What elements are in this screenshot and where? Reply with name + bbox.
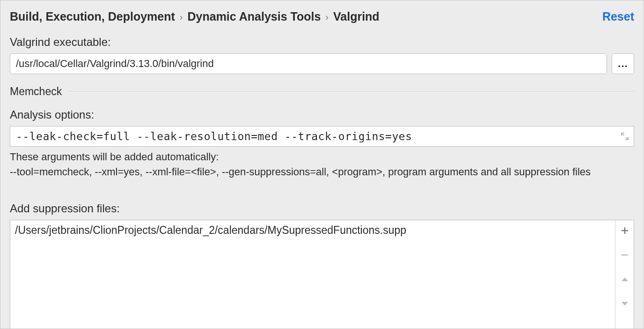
move-down-button[interactable]	[618, 297, 631, 310]
move-up-button[interactable]	[618, 273, 631, 286]
expand-icon[interactable]	[620, 131, 630, 142]
breadcrumb: Build, Execution, Deployment › Dynamic A…	[10, 10, 380, 23]
triangle-down-icon	[621, 301, 629, 307]
chevron-right-icon: ›	[325, 12, 329, 22]
analysis-options-input[interactable]: --leak-check=full --leak-resolution=med …	[10, 126, 634, 147]
list-item[interactable]: /Users/jetbrains/ClionProjects/Calendar_…	[14, 223, 611, 238]
suppression-files-label: Add suppression files:	[10, 202, 634, 215]
valgrind-executable-input[interactable]	[10, 53, 607, 74]
analysis-options-helper: These arguments will be added automatica…	[10, 150, 634, 179]
breadcrumb-level-3: Valgrind	[333, 10, 380, 23]
divider	[68, 91, 634, 92]
breadcrumb-level-1[interactable]: Build, Execution, Deployment	[10, 10, 175, 23]
helper-line-1: These arguments will be added automatica…	[10, 150, 634, 164]
browse-button[interactable]: ...	[612, 53, 634, 74]
suppression-files-list[interactable]: /Users/jetbrains/ClionProjects/Calendar_…	[10, 220, 615, 329]
analysis-options-label: Analysis options:	[10, 108, 634, 121]
suppression-toolbar	[615, 220, 634, 329]
analysis-options-value: --leak-check=full --leak-resolution=med …	[16, 130, 412, 142]
valgrind-executable-label: Valgrind executable:	[10, 36, 634, 49]
helper-line-2: --tool=memcheck, --xml=yes, --xml-file=<…	[10, 164, 634, 179]
memcheck-section-label: Memcheck	[10, 85, 62, 98]
add-button[interactable]	[618, 224, 631, 237]
reset-link[interactable]: Reset	[602, 10, 634, 23]
triangle-up-icon	[621, 277, 629, 282]
breadcrumb-level-2[interactable]: Dynamic Analysis Tools	[188, 10, 321, 23]
remove-button[interactable]	[618, 248, 631, 262]
chevron-right-icon: ›	[180, 12, 183, 22]
minus-icon	[620, 250, 629, 260]
plus-icon	[620, 226, 629, 235]
